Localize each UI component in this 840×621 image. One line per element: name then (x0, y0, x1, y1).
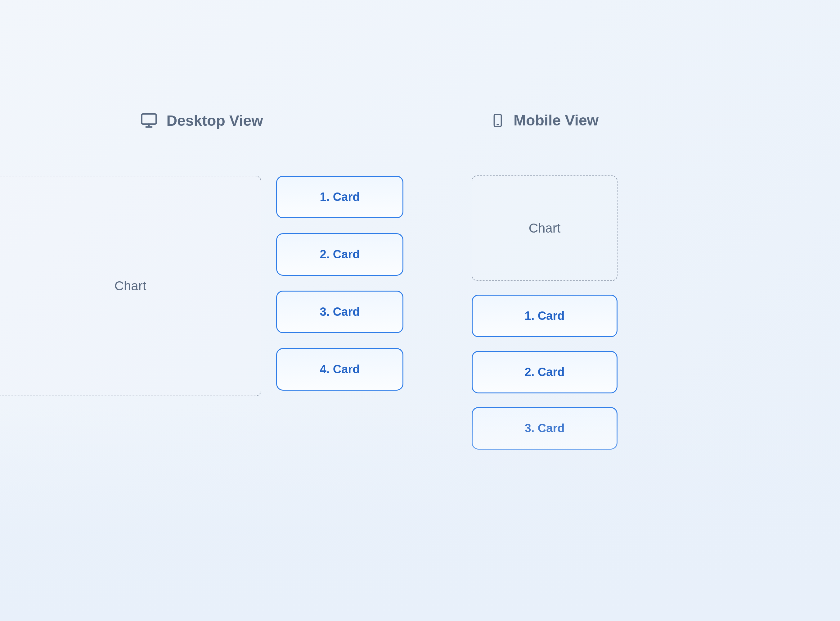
mobile-view-section: Mobile View Chart 1. Card 2. Card 3. Car… (472, 112, 618, 450)
layout-comparison-diagram: Desktop View Chart 1. Card 2. Card 3. Ca… (0, 0, 840, 450)
desktop-icon (140, 112, 158, 129)
desktop-chart-label: Chart (115, 279, 147, 294)
mobile-card-3: 3. Card (472, 407, 618, 450)
mobile-layout-wireframe: Chart 1. Card 2. Card 3. Card (472, 176, 618, 450)
desktop-view-title: Desktop View (166, 112, 263, 129)
mobile-card-1: 1. Card (472, 295, 618, 337)
mobile-icon (491, 113, 505, 127)
desktop-chart-placeholder: Chart (0, 176, 261, 396)
desktop-card-3: 3. Card (276, 291, 403, 333)
mobile-card-2: 2. Card (472, 351, 618, 394)
mobile-view-title: Mobile View (514, 112, 598, 129)
mobile-chart-label: Chart (529, 221, 561, 236)
desktop-card-list: 1. Card 2. Card 3. Card 4. Card (276, 176, 403, 396)
desktop-view-section: Desktop View Chart 1. Card 2. Card 3. Ca… (0, 112, 403, 396)
desktop-view-header: Desktop View (0, 112, 403, 129)
mobile-chart-placeholder: Chart (472, 176, 618, 281)
desktop-card-4: 4. Card (276, 348, 403, 391)
desktop-card-1: 1. Card (276, 176, 403, 218)
svg-rect-0 (142, 114, 156, 124)
mobile-view-header: Mobile View (472, 112, 618, 129)
desktop-layout-wireframe: Chart 1. Card 2. Card 3. Card 4. Card (0, 176, 403, 396)
desktop-card-2: 2. Card (276, 233, 403, 276)
